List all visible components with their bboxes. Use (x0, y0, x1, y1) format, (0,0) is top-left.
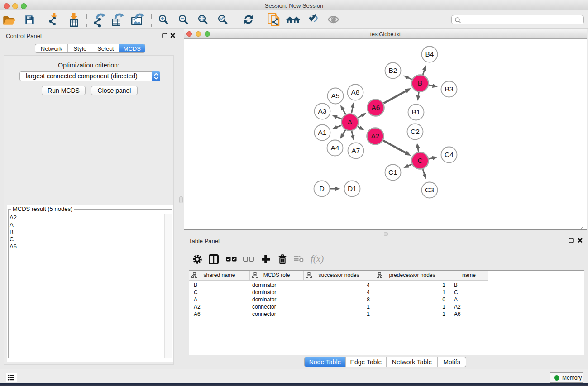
svg-text:A2: A2 (371, 132, 380, 140)
svg-text:A4: A4 (331, 144, 339, 152)
svg-text:A7: A7 (352, 147, 360, 154)
svg-text:A3: A3 (318, 107, 327, 115)
svg-text:A6: A6 (372, 104, 380, 111)
svg-text:A1: A1 (318, 129, 327, 136)
svg-text:A8: A8 (351, 88, 360, 96)
svg-text:B3: B3 (445, 85, 454, 93)
svg-text:C3: C3 (425, 186, 434, 194)
svg-text:C2: C2 (411, 128, 420, 135)
svg-text:C: C (417, 157, 422, 164)
svg-text:B2: B2 (389, 67, 397, 74)
svg-text:A: A (348, 118, 353, 126)
svg-text:B4: B4 (425, 50, 434, 58)
svg-text:B: B (418, 79, 422, 87)
svg-text:D: D (319, 185, 324, 192)
svg-text:A5: A5 (331, 92, 340, 100)
svg-text:D1: D1 (348, 185, 357, 192)
svg-text:B1: B1 (412, 108, 421, 116)
svg-text:C1: C1 (388, 168, 397, 176)
svg-text:C4: C4 (445, 151, 454, 158)
